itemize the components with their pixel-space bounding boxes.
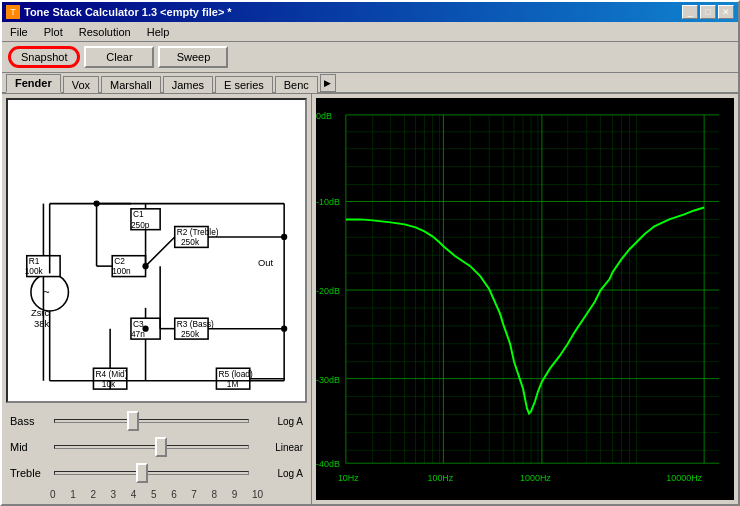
scale-6: 6	[171, 489, 177, 500]
scale-8: 8	[212, 489, 218, 500]
graph-svg: 0dB -10dB -20dB -30dB -40dB 10Hz 100Hz 1…	[316, 98, 734, 500]
treble-slider-container	[54, 463, 249, 483]
circuit-svg: ~ Zsrc 38k R1 100k C2 100n C1 250p	[8, 100, 305, 401]
scale-1: 1	[70, 489, 76, 500]
svg-text:10Hz: 10Hz	[338, 473, 359, 483]
minimize-button[interactable]: _	[682, 5, 698, 19]
tab-scroll-right[interactable]: ▶	[320, 74, 336, 92]
svg-text:Out: Out	[258, 258, 273, 268]
svg-text:Zsrc: Zsrc	[31, 308, 50, 318]
window-title: Tone Stack Calculator 1.3 <empty file> *	[24, 6, 232, 18]
treble-slider[interactable]	[54, 471, 249, 475]
right-panel: 0dB -10dB -20dB -30dB -40dB 10Hz 100Hz 1…	[312, 94, 738, 504]
svg-point-1	[31, 273, 69, 311]
snapshot-button[interactable]: Snapshot	[8, 46, 80, 68]
mid-slider-container	[54, 437, 249, 457]
app-icon: T	[6, 5, 20, 19]
tab-vox[interactable]: Vox	[63, 76, 99, 93]
svg-text:C2: C2	[114, 256, 125, 266]
scale-numbers: 0 1 2 3 4 5 6 7 8 9 10	[10, 489, 303, 500]
scale-4: 4	[131, 489, 137, 500]
treble-control-row: Treble Log A	[10, 463, 303, 483]
menu-bar: File Plot Resolution Help	[2, 22, 738, 42]
scale-2: 2	[90, 489, 96, 500]
svg-text:R2 (Treble): R2 (Treble)	[177, 227, 219, 237]
title-buttons: _ □ ✕	[682, 5, 734, 19]
treble-label: Treble	[10, 467, 50, 479]
mid-slider[interactable]	[54, 445, 249, 449]
tab-benc[interactable]: Benc	[275, 76, 318, 93]
clear-button[interactable]: Clear	[84, 46, 154, 68]
svg-text:10000Hz: 10000Hz	[666, 473, 702, 483]
toolbar: Snapshot Clear Sweep	[2, 42, 738, 73]
title-bar-left: T Tone Stack Calculator 1.3 <empty file>…	[6, 5, 232, 19]
tab-bar: Fender Vox Marshall James E series Benc …	[2, 73, 738, 94]
svg-text:C1: C1	[133, 209, 144, 219]
svg-text:-40dB: -40dB	[316, 459, 340, 469]
svg-text:R5 (load): R5 (load)	[219, 369, 253, 379]
svg-text:R3 (Bass): R3 (Bass)	[177, 319, 214, 329]
scale-10: 10	[252, 489, 263, 500]
svg-text:R1: R1	[29, 256, 40, 266]
svg-text:250p: 250p	[131, 220, 150, 230]
menu-resolution[interactable]: Resolution	[75, 25, 135, 39]
menu-help[interactable]: Help	[143, 25, 174, 39]
tab-james[interactable]: James	[163, 76, 213, 93]
treble-mode: Log A	[253, 468, 303, 479]
bass-slider-container	[54, 411, 249, 431]
graph-container: 0dB -10dB -20dB -30dB -40dB 10Hz 100Hz 1…	[316, 98, 734, 500]
left-panel: ~ Zsrc 38k R1 100k C2 100n C1 250p	[2, 94, 312, 504]
svg-text:0dB: 0dB	[316, 111, 332, 121]
svg-text:100n: 100n	[112, 266, 131, 276]
scale-5: 5	[151, 489, 157, 500]
tab-fender[interactable]: Fender	[6, 74, 61, 93]
svg-text:-10dB: -10dB	[316, 197, 340, 207]
controls-area: Bass Log A Mid Linear Treble	[2, 407, 311, 504]
svg-rect-0	[8, 110, 305, 391]
svg-point-54	[281, 234, 287, 240]
svg-text:100k: 100k	[25, 266, 44, 276]
bass-label: Bass	[10, 415, 50, 427]
menu-file[interactable]: File	[6, 25, 32, 39]
menu-plot[interactable]: Plot	[40, 25, 67, 39]
mid-mode: Linear	[253, 442, 303, 453]
svg-text:250k: 250k	[181, 237, 200, 247]
svg-text:~: ~	[43, 287, 49, 298]
scale-7: 7	[191, 489, 197, 500]
scale-9: 9	[232, 489, 238, 500]
scale-0: 0	[50, 489, 56, 500]
svg-text:100Hz: 100Hz	[427, 473, 453, 483]
bass-slider[interactable]	[54, 419, 249, 423]
svg-text:1000Hz: 1000Hz	[520, 473, 551, 483]
tab-marshall[interactable]: Marshall	[101, 76, 161, 93]
mid-control-row: Mid Linear	[10, 437, 303, 457]
maximize-button[interactable]: □	[700, 5, 716, 19]
title-bar: T Tone Stack Calculator 1.3 <empty file>…	[2, 2, 738, 22]
svg-point-56	[142, 326, 148, 332]
svg-text:-30dB: -30dB	[316, 375, 340, 385]
main-window: T Tone Stack Calculator 1.3 <empty file>…	[0, 0, 740, 506]
svg-point-55	[281, 326, 287, 332]
tab-eseries[interactable]: E series	[215, 76, 273, 93]
svg-point-53	[142, 263, 148, 269]
bass-mode: Log A	[253, 416, 303, 427]
svg-point-52	[93, 200, 99, 206]
svg-text:R4 (Mid): R4 (Mid)	[96, 369, 128, 379]
svg-text:-20dB: -20dB	[316, 286, 340, 296]
close-button[interactable]: ✕	[718, 5, 734, 19]
main-content: ~ Zsrc 38k R1 100k C2 100n C1 250p	[2, 94, 738, 504]
mid-label: Mid	[10, 441, 50, 453]
svg-text:38k: 38k	[34, 319, 49, 329]
bass-control-row: Bass Log A	[10, 411, 303, 431]
svg-rect-57	[316, 105, 734, 493]
sweep-button[interactable]: Sweep	[158, 46, 228, 68]
circuit-diagram: ~ Zsrc 38k R1 100k C2 100n C1 250p	[6, 98, 307, 403]
scale-3: 3	[111, 489, 117, 500]
svg-text:250k: 250k	[181, 329, 200, 339]
svg-text:C3: C3	[133, 319, 144, 329]
